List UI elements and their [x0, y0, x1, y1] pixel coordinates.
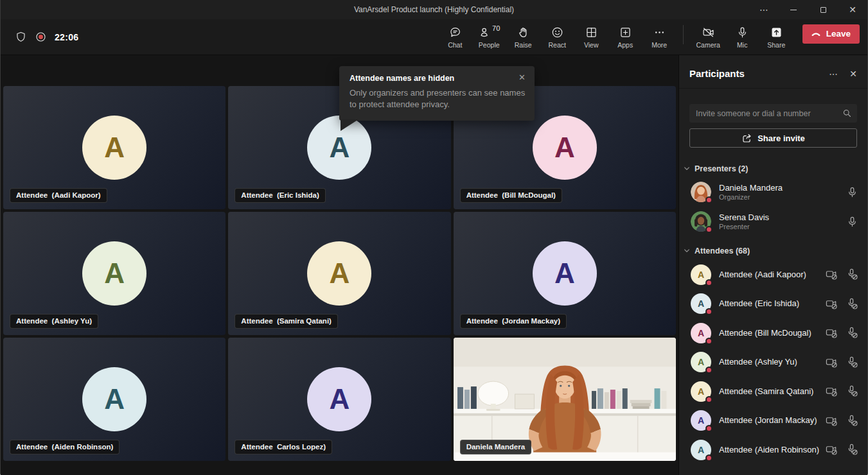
- meeting-timer: 22:06: [55, 32, 78, 42]
- camera-disabled-icon: [826, 444, 838, 456]
- participants-close-button[interactable]: ✕: [849, 69, 857, 79]
- react-button[interactable]: React: [540, 26, 574, 49]
- teams-meeting-window: VanArsdel Product launch (Highly Confide…: [0, 0, 868, 475]
- participant-name: Attendee (Samira Qatani): [719, 386, 826, 397]
- mic-disabled-icon: [846, 327, 858, 339]
- people-count-badge: 70: [492, 24, 500, 32]
- toolbar-center-group: Chat 70 People Raise React View: [438, 26, 677, 49]
- shield-icon: [15, 31, 27, 43]
- video-tile-carlos-lopez[interactable]: A Attendee Carlos Lopez): [228, 338, 450, 461]
- avatar: A: [533, 241, 597, 306]
- presenter-row-serena[interactable]: Serena Davis Presenter: [679, 207, 867, 236]
- participant-name: Attendee (Bill McDougal): [719, 328, 826, 338]
- presence-dot: [705, 367, 713, 374]
- presence-dot: [705, 279, 713, 286]
- avatar: A: [691, 323, 711, 343]
- presenter-row-daniela[interactable]: Daniela Mandera Organizer: [679, 177, 867, 207]
- participant-name: Attendee (Eric Ishida): [719, 298, 826, 309]
- attendee-row[interactable]: A Attendee (Aiden Robinson): [679, 435, 867, 465]
- share-button[interactable]: Share: [759, 26, 793, 49]
- attendee-row[interactable]: A Attendee (Eric Ishida): [679, 289, 867, 319]
- tile-name-label: Attendee (Eric Ishida): [235, 188, 325, 203]
- participant-role: Organizer: [719, 193, 846, 201]
- meeting-stage: A Attendee (Aadi Kapoor) A Attendee (Eri…: [1, 55, 678, 475]
- hang-up-icon: [810, 28, 822, 40]
- avatar: A: [691, 264, 711, 285]
- mic-on-icon[interactable]: [846, 186, 858, 198]
- tooltip-close-icon[interactable]: ✕: [518, 73, 526, 82]
- window-title: VanArsdel Product launch (Highly Confide…: [1, 5, 867, 14]
- search-icon: [842, 108, 852, 118]
- participant-name: Attendee (Aiden Robinson): [719, 445, 826, 455]
- video-grid: A Attendee (Aadi Kapoor) A Attendee (Eri…: [3, 86, 676, 461]
- attendee-row[interactable]: A Attendee (Bill McDougal): [679, 318, 867, 348]
- view-button[interactable]: View: [574, 26, 608, 49]
- participant-name: Attendee (Ashley Yu): [719, 357, 826, 367]
- more-dots-icon: [653, 26, 666, 39]
- people-button[interactable]: 70 People: [472, 26, 506, 49]
- toolbar-device-group: Camera Mic Share: [691, 26, 793, 49]
- raise-hand-icon: [517, 26, 530, 39]
- camera-disabled-icon: [826, 298, 838, 310]
- share-invite-icon: [741, 133, 752, 144]
- people-icon: [478, 26, 492, 39]
- attendee-row[interactable]: A Attendee (Samira Qatani): [679, 377, 867, 406]
- invite-search-box: [689, 104, 857, 123]
- avatar: A: [533, 116, 597, 180]
- attendee-row[interactable]: A Attendee (Jordan Mackay): [679, 406, 867, 436]
- attendees-section-label: Attendees (68): [695, 246, 750, 255]
- avatar: A: [307, 241, 371, 306]
- mic-disabled-icon: [846, 298, 858, 310]
- participant-name: Daniela Mandera: [719, 183, 846, 193]
- avatar: A: [82, 116, 146, 180]
- title-bar: VanArsdel Product launch (Highly Confide…: [1, 0, 867, 19]
- video-tile-daniela-mandera[interactable]: Daniela Mandera: [454, 338, 676, 461]
- avatar: A: [307, 116, 371, 180]
- more-button[interactable]: More: [642, 26, 677, 49]
- leave-button[interactable]: Leave: [802, 24, 860, 44]
- mic-on-icon[interactable]: [846, 216, 858, 228]
- react-smiley-icon: [551, 26, 564, 39]
- avatar: A: [691, 410, 711, 431]
- participants-title: Participants: [689, 68, 817, 79]
- video-tile-ashley-yu[interactable]: A Attendee (Ashley Yu): [3, 212, 226, 335]
- mic-button[interactable]: Mic: [725, 26, 759, 49]
- attendees-section-header[interactable]: Attendees (68): [679, 246, 867, 255]
- apps-button[interactable]: Apps: [608, 26, 642, 49]
- camera-off-icon: [702, 26, 715, 39]
- mic-disabled-icon: [846, 444, 858, 456]
- avatar: A: [307, 367, 371, 431]
- raise-hand-button[interactable]: Raise: [506, 26, 540, 49]
- participants-more-button[interactable]: ⋯: [829, 69, 838, 79]
- chat-button[interactable]: Chat: [438, 26, 472, 49]
- presenters-section-header[interactable]: Presenters (2): [679, 164, 867, 173]
- presenters-section-label: Presenters (2): [695, 164, 748, 173]
- chat-icon: [448, 26, 462, 39]
- camera-button[interactable]: Camera: [691, 26, 725, 49]
- chevron-down-icon: [684, 166, 690, 172]
- video-tile-jordan-mackay[interactable]: A Attendee (Jordan Mackay): [454, 212, 676, 335]
- participant-name: Attendee (Aadi Kapoor): [719, 270, 826, 280]
- video-tile-aadi-kapoor[interactable]: A Attendee (Aadi Kapoor): [3, 86, 226, 209]
- camera-disabled-icon: [826, 356, 838, 368]
- video-tile-samira-qatani[interactable]: A Attendee (Samira Qatani): [228, 212, 450, 335]
- apps-icon: [619, 26, 632, 39]
- tile-name-label: Attendee (Aadi Kapoor): [10, 188, 107, 203]
- mic-icon: [736, 26, 749, 39]
- camera-disabled-icon: [826, 385, 838, 397]
- mic-disabled-icon: [846, 268, 858, 281]
- video-tile-aiden-robinson[interactable]: A Attendee (Aiden Robinson): [3, 338, 226, 461]
- share-invite-button[interactable]: Share invite: [689, 128, 857, 148]
- tile-name-label: Attendee Carlos Lopez): [235, 440, 332, 454]
- attendee-row[interactable]: A Attendee (Aadi Kapoor): [679, 260, 867, 289]
- presence-dot: [705, 196, 713, 203]
- participant-name: Attendee (Jordan Mackay): [719, 415, 826, 426]
- leave-label: Leave: [826, 29, 851, 39]
- attendee-row[interactable]: A Attendee (Ashley Yu): [679, 348, 867, 377]
- presence-dot: [705, 454, 713, 462]
- participants-panel: Participants ⋯ ✕ Share invite Presenters…: [678, 55, 867, 475]
- view-grid-icon: [585, 26, 598, 39]
- tile-name-label: Daniela Mandera: [460, 440, 531, 454]
- invite-search-input[interactable]: [696, 109, 842, 118]
- recording-icon: [35, 31, 47, 43]
